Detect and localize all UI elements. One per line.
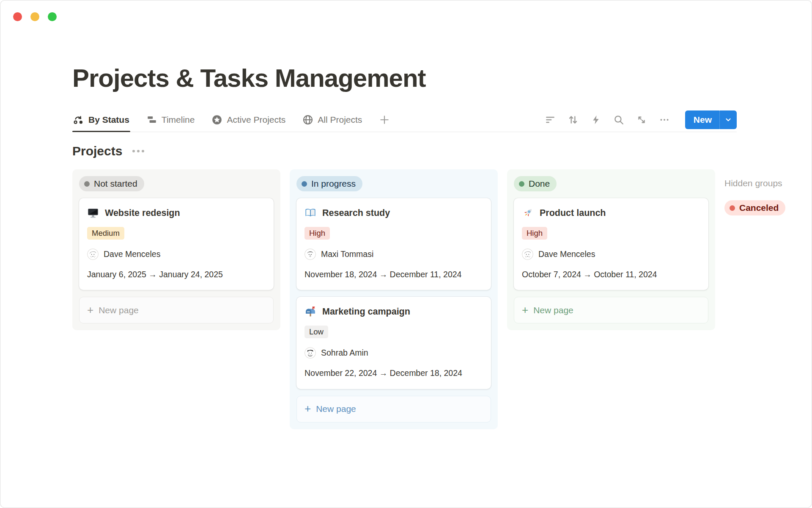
plus-icon: + [522,304,528,315]
tab-label: Active Projects [227,115,285,125]
status-pill-in-progress[interactable]: In progress [296,176,362,191]
zoom-button[interactable] [48,12,57,21]
desktop-computer-emoji [87,207,99,219]
assignee-name: Sohrab Amin [321,348,368,358]
lightning-icon[interactable] [590,114,601,125]
column-not-started: Not started Website redesign Medium [72,169,280,330]
card-product-launch[interactable]: Product launch High Dave Menceles [514,198,708,290]
assignee-name: Maxi Tommasi [321,249,373,259]
ellipsis-icon[interactable] [659,114,670,125]
date-range: November 18, 2024 → December 11, 2024 [304,268,483,280]
status-pill-not-started[interactable]: Not started [79,176,144,191]
priority-badge: High [522,227,547,240]
filter-icon[interactable] [545,114,556,125]
tab-label: Timeline [162,115,195,125]
card-title-text: Marketing campaign [322,306,410,317]
window-controls [13,12,57,21]
assignee-row: Maxi Tommasi [304,248,483,260]
view-tabs-bar: By Status Timeline Active Projects [72,108,737,132]
assignee-name: Dave Menceles [538,249,595,259]
tab-label: All Projects [318,115,362,125]
tab-by-status[interactable]: By Status [72,108,130,132]
search-icon[interactable] [613,114,624,125]
section-menu-ellipsis-icon[interactable] [131,148,146,154]
rocket-emoji [522,207,534,219]
assignee-name: Dave Menceles [104,249,160,259]
tab-active-projects[interactable]: Active Projects [211,108,286,132]
close-button[interactable] [13,12,22,21]
new-button[interactable]: New [685,115,719,125]
open-book-emoji [304,207,316,219]
plus-icon: + [87,304,93,315]
minimize-button[interactable] [30,12,39,21]
new-button-group: New [685,110,737,129]
sort-icon[interactable] [568,114,579,125]
new-dropdown-button[interactable] [719,110,737,129]
new-page-button[interactable]: + New page [296,396,491,422]
hidden-groups-rail: Hidden groups Canceled [724,169,803,215]
status-label: Done [529,179,550,189]
plus-icon [379,114,390,125]
status-label: Canceled [739,203,779,213]
card-website-redesign[interactable]: Website redesign Medium Dave Menceles [79,198,274,290]
hidden-groups-label: Hidden groups [724,178,803,188]
view-toolbar: New [545,110,737,129]
assignee-row: Dave Menceles [522,248,700,260]
tab-timeline[interactable]: Timeline [145,108,196,132]
timeline-icon [146,114,157,125]
card-marketing-campaign[interactable]: Marketing campaign Low Sohrab Amin [296,297,491,389]
add-view-button[interactable] [378,108,391,132]
status-pill-done[interactable]: Done [514,176,557,191]
card-title-text: Research study [322,208,390,218]
dave-avatar [522,248,533,260]
status-dot [84,181,90,187]
assignee-row: Sohrab Amin [304,347,483,359]
kanban-board: Not started Website redesign Medium [72,169,812,429]
tab-all-projects[interactable]: All Projects [302,108,363,132]
new-page-button[interactable]: + New page [79,297,274,323]
new-page-label: New page [99,305,139,315]
assignee-row: Dave Menceles [87,248,266,260]
status-dot [302,181,307,187]
column-done: Done [507,169,715,330]
priority-badge: Low [304,326,328,338]
priority-badge: High [304,227,330,240]
date-range: January 6, 2025 → January 24, 2025 [87,268,266,280]
card-research-study[interactable]: Research study High Maxi Tommasi Novembe… [296,198,491,290]
column-in-progress: In progress Research study High [290,169,498,429]
section-header: Projects [72,144,812,158]
maxi-avatar [304,248,316,260]
page-content: Projects & Tasks Management By Status Ti… [72,64,812,429]
status-pill-canceled[interactable]: Canceled [724,200,785,215]
status-dot [519,181,524,187]
chevron-down-icon [724,116,732,124]
date-range: November 22, 2024 → December 18, 2024 [304,367,483,379]
tab-label: By Status [88,115,129,125]
card-title-text: Website redesign [105,208,180,218]
status-label: Not started [94,179,137,189]
status-dot [730,205,735,211]
globe-icon [302,114,313,125]
new-page-label: New page [533,305,573,315]
section-title[interactable]: Projects [72,144,122,158]
status-transition-icon [73,114,84,125]
status-label: In progress [311,179,356,189]
page-title[interactable]: Projects & Tasks Management [72,64,812,93]
new-page-button[interactable]: + New page [514,297,708,323]
date-range: October 7, 2024 → October 11, 2024 [522,268,700,280]
mailbox-emoji [304,306,316,318]
app-window: Projects & Tasks Management By Status Ti… [0,0,812,508]
expand-icon[interactable] [636,114,647,125]
dave-avatar [87,248,99,260]
star-circle-icon [211,114,222,125]
sohrab-avatar [304,347,316,359]
card-title-text: Product launch [540,208,606,218]
new-page-label: New page [316,404,356,414]
plus-icon: + [304,403,311,414]
priority-badge: Medium [87,227,124,240]
